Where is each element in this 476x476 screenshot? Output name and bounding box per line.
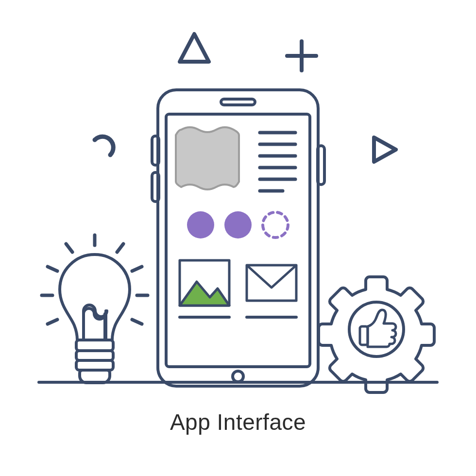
svg-rect-7 bbox=[221, 99, 255, 105]
image-card bbox=[174, 255, 235, 325]
arc-deco-icon bbox=[95, 136, 113, 155]
triangle-deco-icon bbox=[180, 34, 209, 62]
svg-line-32 bbox=[132, 267, 142, 271]
svg-line-30 bbox=[117, 244, 123, 252]
lightbulb-icon bbox=[42, 235, 148, 383]
caption-text: App Interface bbox=[0, 409, 476, 435]
svg-line-29 bbox=[66, 244, 72, 252]
svg-line-31 bbox=[48, 267, 57, 271]
svg-point-8 bbox=[233, 371, 243, 382]
svg-rect-27 bbox=[174, 333, 302, 361]
image-placeholder-card bbox=[174, 122, 247, 195]
app-interface-illustration: .ol { stroke:#3a4a68; stroke-width:6; fi… bbox=[0, 0, 476, 476]
svg-point-19 bbox=[224, 211, 252, 238]
text-lines-card bbox=[254, 122, 302, 195]
phone-icon bbox=[152, 90, 324, 386]
play-deco-icon bbox=[374, 137, 396, 162]
gear-icon bbox=[319, 277, 434, 392]
plus-deco-icon bbox=[287, 41, 316, 70]
svg-rect-37 bbox=[76, 340, 113, 351]
svg-line-36 bbox=[132, 320, 142, 324]
svg-point-23 bbox=[186, 266, 196, 276]
dots-card bbox=[174, 203, 302, 247]
illustration-stage: .ol { stroke:#3a4a68; stroke-width:6; fi… bbox=[0, 0, 476, 476]
envelope-card bbox=[241, 255, 302, 325]
thumbs-up-icon bbox=[360, 310, 396, 347]
svg-point-18 bbox=[187, 211, 214, 238]
svg-line-35 bbox=[48, 320, 57, 324]
